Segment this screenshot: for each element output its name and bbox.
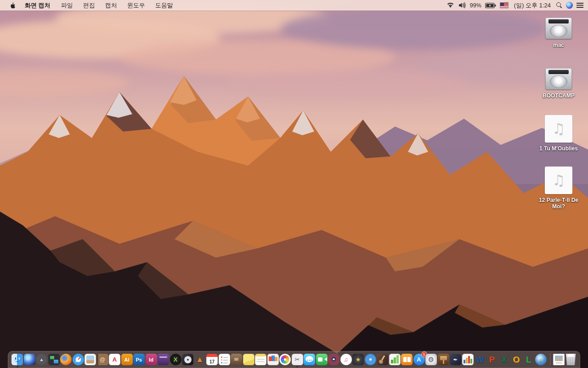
- indesign-icon: Id: [146, 354, 157, 365]
- wifi-icon[interactable]: [447, 2, 454, 8]
- dock-item-documents-stack[interactable]: [553, 354, 565, 365]
- menu-item[interactable]: 편집: [78, 1, 100, 10]
- word-icon: W: [474, 354, 486, 365]
- dock-item-safari[interactable]: [73, 354, 84, 365]
- apple-menu[interactable]: [6, 2, 19, 9]
- dock-item-imovie[interactable]: ★: [352, 354, 364, 365]
- dock-item-screen-capture[interactable]: ✂: [292, 354, 303, 365]
- launchpad-icon: ▲: [36, 354, 47, 365]
- dock-item-notes[interactable]: [255, 354, 266, 365]
- menu-bar: 화면 캡처 파일편집캡처윈도우도움말 99%: [0, 0, 588, 11]
- tu-moublies-icon: [545, 115, 572, 143]
- dock-item-disc-tool-app[interactable]: [182, 354, 193, 365]
- dock-item-trash-full[interactable]: [565, 354, 577, 365]
- calendar-icon: 17: [206, 354, 218, 365]
- input-source-us-flag-icon[interactable]: [500, 2, 509, 8]
- volume-icon[interactable]: [458, 2, 466, 8]
- dock-item-autoupdate-globe[interactable]: ↓: [535, 354, 547, 365]
- x-media-app-icon: X: [170, 354, 181, 365]
- dock-item-outlook[interactable]: O: [511, 354, 522, 365]
- dock-item-x-media-app[interactable]: X: [170, 354, 181, 365]
- dock-item-indesign[interactable]: Id: [146, 354, 157, 365]
- photo-booth-icon: [328, 354, 339, 365]
- illustrator-icon: Ai: [121, 354, 133, 365]
- reminders-icon: [219, 354, 230, 365]
- preview-icon: [85, 354, 96, 365]
- desktop-icon-tu-moublies[interactable]: 1 Tu M'Oublies: [539, 115, 578, 152]
- desktop-icon-column: mac BOOTCAMP 1 Tu M'Oublies 12 Parle-T-I…: [531, 17, 586, 210]
- running-indicator: [17, 366, 18, 368]
- dock-item-office-chart-app[interactable]: [462, 354, 474, 365]
- dock-item-contacts[interactable]: @: [97, 354, 108, 365]
- archive-box-app-icon: ✉: [231, 354, 242, 365]
- desktop-icon-label: 12 Parle-T-Il De Moi?: [533, 197, 584, 210]
- dock-item-powerpoint[interactable]: P: [486, 354, 498, 365]
- dock-item-photoshop[interactable]: Ps: [133, 354, 145, 365]
- dock-item-stickies[interactable]: [243, 354, 254, 365]
- dock-item-system-preferences[interactable]: ⚙: [425, 354, 437, 365]
- lync-icon: L: [523, 354, 534, 365]
- notification-center-icon[interactable]: [577, 3, 583, 8]
- menu-bar-clock[interactable]: (일) 오후 1:24: [512, 1, 553, 10]
- garageband-icon: [377, 354, 388, 365]
- menu-item[interactable]: 도움말: [150, 1, 178, 10]
- documents-stack-icon: [553, 354, 565, 365]
- siri-menu-icon[interactable]: [566, 2, 573, 9]
- dock-item-idvd[interactable]: [365, 354, 376, 365]
- dock-item-facetime[interactable]: [316, 354, 328, 365]
- desktop-icon-mac[interactable]: mac: [545, 17, 572, 49]
- dock-item-calendar[interactable]: 17: [206, 354, 218, 365]
- menu-item[interactable]: 캡처: [100, 1, 122, 10]
- menu-item[interactable]: 윈도우: [122, 1, 150, 10]
- parle-t-il-de-moi-icon: [545, 167, 572, 194]
- desktop-icon-label: 1 Tu M'Oublies: [539, 146, 578, 152]
- dock-item-launchpad[interactable]: ▲: [36, 354, 47, 365]
- spotlight-search-icon[interactable]: [556, 2, 562, 8]
- dock-item-keynote[interactable]: [438, 354, 449, 365]
- idvd-icon: [365, 354, 376, 365]
- dock-item-itunes[interactable]: ♫: [340, 354, 352, 365]
- dock-item-excel[interactable]: X: [498, 354, 510, 365]
- dock-item-toast[interactable]: [158, 354, 169, 365]
- dock-divider: [549, 353, 550, 365]
- outlook-icon: O: [511, 354, 522, 365]
- dock-item-reminders[interactable]: [219, 354, 230, 365]
- documents-app-icon: [267, 354, 279, 365]
- dock-item-garageband[interactable]: [377, 354, 388, 365]
- siri-icon: [24, 354, 35, 365]
- menu-item[interactable]: 파일: [56, 1, 78, 10]
- dock-item-photos[interactable]: [279, 354, 291, 365]
- firefox-icon: [60, 354, 72, 365]
- dock-item-vlc[interactable]: ▲: [194, 354, 206, 365]
- desktop-icon-parle-t-il-de-moi[interactable]: 12 Parle-T-Il De Moi?: [533, 167, 584, 210]
- battery-charging-icon[interactable]: [485, 3, 496, 8]
- dock-item-messages[interactable]: …: [304, 354, 315, 365]
- dock-item-preview[interactable]: [85, 354, 96, 365]
- dock-item-lync[interactable]: L: [523, 354, 534, 365]
- vlc-icon: ▲: [194, 354, 206, 365]
- dock-item-numbers[interactable]: [389, 354, 401, 365]
- dock-item-finder[interactable]: [11, 354, 23, 365]
- dock-item-firefox[interactable]: [60, 354, 72, 365]
- dock-item-illustrator[interactable]: Ai: [121, 354, 133, 365]
- dock-item-archive-box-app[interactable]: ✉: [231, 354, 242, 365]
- dock-item-documents-app[interactable]: [267, 354, 279, 365]
- desktop-icon-bootcamp[interactable]: BOOTCAMP: [543, 68, 575, 99]
- dock-item-word[interactable]: W: [474, 354, 486, 365]
- itunes-icon: ♫: [340, 354, 352, 365]
- dock-item-siri[interactable]: [24, 354, 35, 365]
- dock-item-acrobat-reader[interactable]: A: [109, 354, 120, 365]
- photoshop-icon: Ps: [133, 354, 145, 365]
- dock-item-photo-booth[interactable]: [328, 354, 339, 365]
- active-app-name[interactable]: 화면 캡처: [19, 1, 56, 10]
- dock-right: [553, 354, 577, 365]
- ibooks-icon: [401, 354, 413, 365]
- desktop-icon-label: BOOTCAMP: [543, 93, 575, 99]
- app-menus: 파일편집캡처윈도우도움말: [56, 1, 178, 10]
- dock-item-ibooks[interactable]: [401, 354, 413, 365]
- photos-icon: [279, 354, 291, 365]
- dock-item-mission-control[interactable]: [48, 354, 60, 365]
- dock-item-pages[interactable]: ✒: [450, 354, 461, 365]
- notes-icon: [255, 354, 266, 365]
- dock-item-app-store[interactable]: A 1: [413, 354, 425, 365]
